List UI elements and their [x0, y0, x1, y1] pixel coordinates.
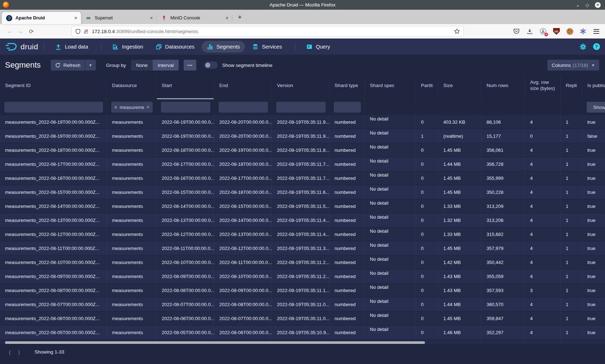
filter-cell-avg-row-size — [525, 99, 561, 115]
forward-button[interactable]: → — [15, 26, 26, 36]
cell-avg-row-size: 4 — [525, 143, 561, 157]
cell-shard-spec: No detail — [365, 311, 416, 325]
cell-size: 1.43 MB — [438, 269, 481, 283]
nav-item-load-data[interactable]: Load data — [50, 41, 93, 53]
segment-timeline-toggle[interactable] — [204, 62, 218, 69]
tab-close-icon[interactable]: ✕ — [150, 16, 153, 21]
cell-end: 2022-08-12T00:00:00.0... — [214, 241, 272, 255]
settings-gear-icon[interactable] — [579, 43, 587, 50]
column-header-shard-type[interactable]: Shard type — [330, 76, 365, 99]
tab-close-icon[interactable]: ✕ — [225, 16, 229, 21]
column-header-num-rows[interactable]: Num rows — [481, 76, 525, 99]
column-header-start[interactable]: Start — [157, 76, 214, 99]
cell-size: (realtime) — [438, 129, 481, 143]
cell-end: 2022-08-11T00:00:00.0... — [214, 255, 272, 269]
browser-tab-apache-druid[interactable]: ƆApache Druid✕ — [2, 12, 81, 24]
group-by-option-none[interactable]: None — [131, 60, 153, 70]
window-minimize-button[interactable]: ⌄ — [576, 3, 580, 7]
filter-input-shard-type[interactable] — [334, 102, 361, 113]
back-button[interactable]: ← — [4, 26, 15, 36]
column-header-avg-row-size[interactable]: Avg. row size (bytes) — [525, 76, 561, 99]
cell-is-published: true — [582, 227, 605, 241]
column-header-segment-id[interactable]: Segment ID — [0, 76, 107, 99]
nav-item-label: Services — [262, 44, 282, 50]
bookmark-star-icon[interactable] — [454, 28, 460, 34]
downloads-icon[interactable] — [525, 27, 534, 36]
cell-replication: 1 — [561, 185, 582, 199]
cell-start: 2022-08-08T00:00:00.0... — [157, 283, 214, 297]
pocket-icon[interactable] — [512, 27, 521, 36]
filter-cell-segment-id — [0, 99, 107, 115]
ublock-origin-icon[interactable]: UO — [552, 27, 561, 36]
filter-input-segment-id[interactable] — [4, 102, 103, 113]
cell-segment-id: measurements_2022-08-07T00:00:00.000Z... — [0, 297, 107, 311]
cell-datasource: measurements — [107, 326, 157, 339]
cell-is-published: true — [582, 297, 605, 311]
nav-item-segments[interactable]: Segments — [202, 41, 245, 53]
horizontal-scrollbar[interactable] — [5, 341, 425, 344]
druid-logo[interactable]: druid — [5, 42, 38, 51]
cell-avg-row-size: 4 — [525, 115, 561, 129]
cell-end: 2022-08-20T00:00:00.0... — [214, 115, 272, 129]
columns-button[interactable]: Columns (17/18) ▼ — [547, 60, 599, 70]
window-close-button[interactable]: ✕ — [595, 2, 601, 8]
column-header-partition[interactable]: Partiti... — [416, 76, 438, 99]
nav-item-ingestion[interactable]: Ingestion — [107, 41, 148, 53]
table-row: measurements_2022-08-12T00:00:00.000Z...… — [0, 227, 605, 241]
cell-version: 2022-08-19T05:35:11.8... — [272, 143, 330, 157]
window-maximize-button[interactable]: ◇ — [586, 3, 589, 7]
help-icon[interactable]: ? — [593, 43, 600, 50]
table-header-row: Segment IDDatasourceStartEndVersionShard… — [0, 76, 605, 99]
browser-tab-minio-console[interactable]: MinIO Console✕ — [157, 12, 232, 24]
is-published-filter-button[interactable]: Show — [587, 102, 605, 113]
menu-hamburger-icon[interactable] — [592, 27, 601, 36]
nav-item-datasources[interactable]: Datasources — [151, 41, 200, 53]
column-header-size[interactable]: Size — [438, 76, 481, 99]
nav-item-services[interactable]: Services — [247, 41, 287, 53]
cookie-icon[interactable] — [565, 27, 574, 36]
cell-replication: 1 — [561, 283, 582, 297]
filter-input-end[interactable] — [219, 102, 268, 113]
next-page-button[interactable]: ⟩ — [14, 348, 24, 357]
refresh-dropdown-button[interactable]: ▼ — [85, 60, 96, 70]
reload-button[interactable]: ⟳ — [26, 26, 37, 36]
group-by-label: Group by — [106, 63, 126, 68]
cell-size: 1.45 MB — [438, 143, 481, 157]
cell-partition: 1 — [416, 129, 438, 143]
cell-end: 2022-08-20T00:00:00.0... — [214, 129, 272, 143]
previous-page-button[interactable]: ⟨ — [5, 348, 14, 357]
filter-remove-icon[interactable]: ✕ — [146, 105, 150, 110]
column-header-shard-spec[interactable]: Shard spec — [365, 76, 416, 99]
cell-start: 2022-08-14T00:00:00.0... — [157, 199, 214, 213]
url-bar[interactable]: 172.18.0.4:30899/unified-console.html#se… — [71, 26, 464, 37]
colorful-asterisk-extension-icon[interactable] — [579, 27, 587, 36]
nav-item-query[interactable]: Query — [301, 41, 335, 53]
filter-input-start[interactable] — [161, 102, 210, 113]
group-by-option-interval[interactable]: Interval — [153, 60, 179, 70]
filter-input-datasource[interactable]: ≡measureme✕ — [111, 102, 153, 113]
filter-input-version[interactable] — [276, 102, 326, 113]
column-header-datasource[interactable]: Datasource — [107, 76, 157, 99]
column-header-is-published[interactable]: Is published — [582, 76, 605, 99]
more-options-button[interactable]: ••• — [184, 60, 196, 70]
cell-size: 1.44 MB — [438, 157, 481, 171]
nav-item-label: Ingestion — [122, 44, 143, 50]
browser-tab-superset[interactable]: ∞Superset✕ — [81, 12, 157, 24]
nav-item-label: Datasources — [165, 44, 194, 50]
column-header-version[interactable]: Version — [272, 76, 330, 99]
cell-replication: 1 — [561, 297, 582, 311]
shield-icon — [75, 29, 81, 34]
filter-cell-partition — [416, 99, 438, 115]
refresh-button[interactable]: Refresh — [51, 60, 85, 70]
cell-num-rows: 88,106 — [481, 115, 525, 129]
cell-is-published: true — [582, 213, 605, 227]
tab-close-icon[interactable]: ✕ — [74, 16, 77, 21]
browser-tabbar: ƆApache Druid✕∞Superset✕MinIO Console✕ + — [0, 10, 605, 24]
new-tab-button[interactable]: + — [234, 12, 245, 23]
cell-num-rows: 355,059 — [481, 269, 525, 283]
extension-disabled-icon[interactable]: ✕ — [539, 27, 547, 36]
cell-start: 2022-08-10T00:00:00.0... — [157, 255, 214, 269]
column-header-replication[interactable]: Replic... — [561, 76, 582, 99]
cell-avg-row-size: 4 — [525, 227, 561, 241]
column-header-end[interactable]: End — [214, 76, 272, 99]
